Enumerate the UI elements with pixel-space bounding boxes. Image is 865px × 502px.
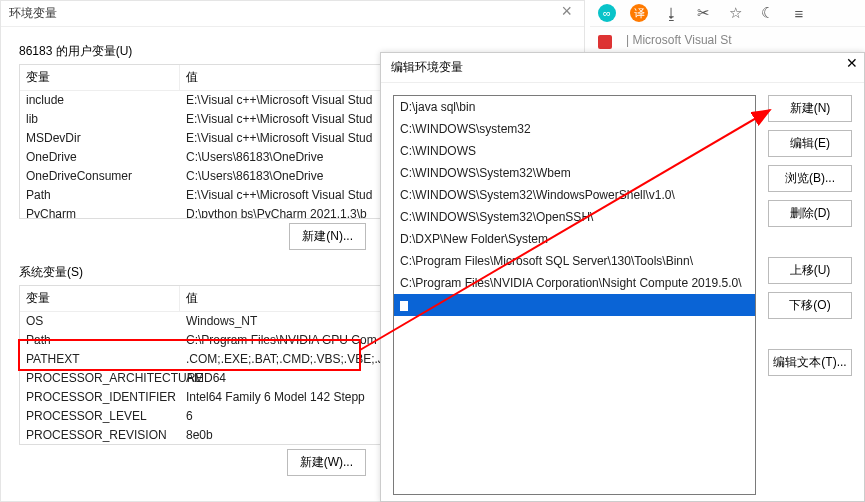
var-name: PROCESSOR_ARCHITECTURE — [26, 371, 186, 385]
env-window-title-bar: 环境变量 × — [1, 1, 584, 27]
tab-fragment: | Microsoft Visual St — [626, 33, 732, 47]
download-icon[interactable]: ⭳ — [662, 4, 680, 22]
star-icon[interactable]: ☆ — [726, 4, 744, 22]
edit-text-button[interactable]: 编辑文本(T)... — [768, 349, 852, 376]
close-icon[interactable]: ✕ — [846, 55, 858, 71]
new-button[interactable]: 新建(N) — [768, 95, 852, 122]
system-new-button[interactable]: 新建(W)... — [287, 449, 366, 476]
list-item[interactable]: C:\WINDOWS\System32\Wbem — [394, 162, 755, 184]
var-name: PROCESSOR_LEVEL — [26, 409, 186, 423]
browse-button[interactable]: 浏览(B)... — [768, 165, 852, 192]
col-header-name: 变量 — [20, 286, 180, 311]
dialog-button-column: 新建(N) 编辑(E) 浏览(B)... 删除(D) 上移(U) 下移(O) 编… — [768, 95, 852, 495]
menu-icon[interactable]: ≡ — [790, 4, 808, 22]
edit-dialog-title-bar: 编辑环境变量 ✕ — [381, 53, 864, 83]
edit-env-variable-dialog: 编辑环境变量 ✕ D:\python\python36\Scripts\D:\p… — [380, 52, 865, 502]
delete-button[interactable]: 删除(D) — [768, 200, 852, 227]
list-item[interactable]: C:\WINDOWS\System32\WindowsPowerShell\v1… — [394, 184, 755, 206]
list-item-new[interactable] — [394, 294, 755, 316]
var-name: OS — [26, 314, 186, 328]
list-item[interactable]: D:\java sql\bin — [394, 96, 755, 118]
favicon-icon — [598, 35, 612, 49]
move-up-button[interactable]: 上移(U) — [768, 257, 852, 284]
var-name: OneDriveConsumer — [26, 169, 186, 183]
moon-icon[interactable]: ☾ — [758, 4, 776, 22]
var-name: OneDrive — [26, 150, 186, 164]
link-icon[interactable]: ∞ — [598, 4, 616, 22]
list-item[interactable]: D:\DXP\New Folder\System — [394, 228, 755, 250]
scissors-icon[interactable]: ✂ — [694, 4, 712, 22]
list-item[interactable]: C:\WINDOWS — [394, 140, 755, 162]
list-item[interactable]: C:\WINDOWS\system32 — [394, 118, 755, 140]
move-down-button[interactable]: 下移(O) — [768, 292, 852, 319]
var-name: Path — [26, 188, 186, 202]
list-item[interactable]: C:\WINDOWS\System32\OpenSSH\ — [394, 206, 755, 228]
list-item[interactable]: C:\Program Files\NVIDIA Corporation\Nsig… — [394, 272, 755, 294]
var-name: PATHEXT — [26, 352, 186, 366]
env-window-title: 环境变量 — [9, 6, 57, 20]
translate-icon[interactable]: 译 — [630, 4, 648, 22]
var-name: include — [26, 93, 186, 107]
var-name: Path — [26, 333, 186, 347]
var-name: PyCharm — [26, 207, 186, 219]
var-name: MSDevDir — [26, 131, 186, 145]
edit-button[interactable]: 编辑(E) — [768, 130, 852, 157]
var-name: PROCESSOR_REVISION — [26, 428, 186, 442]
user-new-button[interactable]: 新建(N)... — [289, 223, 366, 250]
var-name: lib — [26, 112, 186, 126]
close-icon[interactable]: × — [553, 1, 580, 22]
edit-dialog-title: 编辑环境变量 — [391, 60, 463, 74]
path-listbox[interactable]: D:\python\python36\Scripts\D:\python\pyt… — [393, 95, 756, 495]
list-item[interactable]: C:\Program Files\Microsoft SQL Server\13… — [394, 250, 755, 272]
var-name: PROCESSOR_IDENTIFIER — [26, 390, 186, 404]
col-header-name: 变量 — [20, 65, 180, 90]
browser-toolbar: ∞ 译 ⭳ ✂ ☆ ☾ ≡ | Microsoft Visual St — [590, 0, 865, 52]
